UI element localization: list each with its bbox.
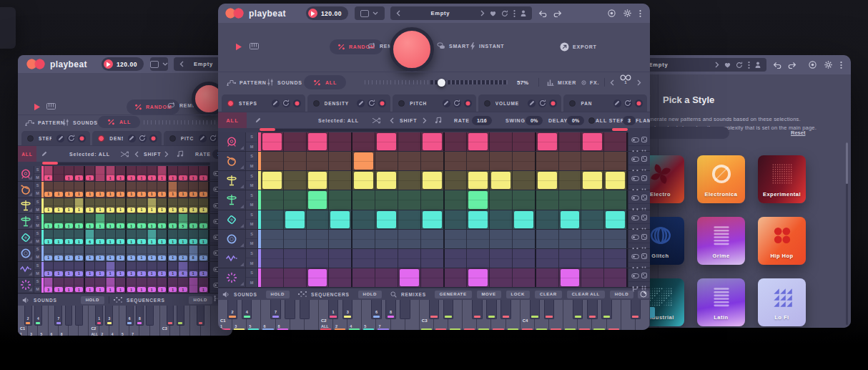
step-cell[interactable] <box>490 132 513 151</box>
step-cell[interactable] <box>467 171 490 190</box>
step-cell[interactable] <box>536 152 559 170</box>
density-cell[interactable]: 1 <box>116 230 127 245</box>
hihat-icon[interactable] <box>218 190 246 209</box>
step-cell[interactable] <box>284 268 307 287</box>
density-value[interactable]: 1 <box>189 223 197 228</box>
step-cell[interactable] <box>352 230 375 248</box>
density-value[interactable]: 1 <box>169 192 177 197</box>
density-cell[interactable]: 1 <box>168 230 178 245</box>
density-cell[interactable]: 1 <box>74 182 85 197</box>
density-cell[interactable]: 1 <box>127 182 137 197</box>
row-dice-icon[interactable] <box>641 171 647 184</box>
density-value[interactable]: 1 <box>169 175 177 180</box>
piano-key-black[interactable]: 4 <box>34 306 42 326</box>
density-value[interactable]: 1 <box>65 239 73 244</box>
section-radio[interactable] <box>398 100 405 107</box>
step-cell[interactable] <box>604 171 628 190</box>
step-cell[interactable] <box>513 249 536 268</box>
gear-icon[interactable] <box>623 9 631 17</box>
step-cell[interactable] <box>375 171 398 190</box>
step-cell[interactable] <box>467 230 490 248</box>
tab-pattern[interactable]: PATTERN <box>227 72 267 92</box>
density-value[interactable]: 1 <box>169 287 177 292</box>
chevron-right-icon[interactable] <box>715 62 719 68</box>
pattern-page[interactable]: 1 <box>620 74 631 84</box>
mute-button[interactable]: M <box>246 200 257 210</box>
step-cell[interactable] <box>261 249 284 268</box>
density-value[interactable]: 1 <box>189 208 197 213</box>
bpm-display[interactable]: 120.00 <box>102 57 144 71</box>
step-cell[interactable] <box>398 230 421 248</box>
mute-button[interactable]: M <box>246 278 257 287</box>
loop-start-marker[interactable] <box>42 162 58 165</box>
style-tile-experimental[interactable]: Experimental <box>758 155 806 203</box>
density-value[interactable]: 1 <box>65 271 73 276</box>
density-value[interactable]: 1 <box>137 271 145 276</box>
randomize-icon[interactable] <box>453 99 461 107</box>
density-value[interactable]: 1 <box>169 239 177 244</box>
density-value[interactable]: 1 <box>127 239 135 244</box>
step-cell[interactable] <box>445 171 468 190</box>
kebab-menu-icon[interactable] <box>639 10 641 17</box>
person-icon[interactable] <box>755 62 761 68</box>
step-cell[interactable] <box>261 230 284 248</box>
density-value[interactable]: 1 <box>54 208 62 213</box>
row-dice-icon[interactable] <box>641 132 647 145</box>
density-value[interactable]: 1 <box>107 239 114 244</box>
density-value[interactable]: 1 <box>75 192 83 197</box>
density-cell[interactable] <box>54 166 64 181</box>
density-value[interactable]: 1 <box>54 223 62 228</box>
extra-icon-button[interactable] <box>638 291 649 298</box>
density-value[interactable]: 1 <box>169 255 177 261</box>
piano-key-black[interactable] <box>500 300 511 319</box>
randomize-icon[interactable] <box>209 135 217 142</box>
mute-button[interactable]: M <box>34 190 41 197</box>
density-value[interactable]: 1 <box>199 255 207 261</box>
tab-all[interactable]: ALL <box>98 116 140 128</box>
density-value[interactable]: 1 <box>148 271 156 276</box>
mute-button[interactable]: M <box>34 206 41 213</box>
row-toggle-icon[interactable] <box>631 230 639 243</box>
record-dot-icon[interactable] <box>464 99 472 107</box>
step-cell[interactable] <box>490 190 513 209</box>
mute-button[interactable]: M <box>34 222 41 229</box>
density-cell[interactable]: 1 <box>157 245 168 261</box>
density-cell[interactable]: 1 <box>178 198 188 213</box>
density-value[interactable]: 1 <box>65 287 73 292</box>
piano-key-black[interactable] <box>429 300 439 319</box>
step-cell[interactable] <box>490 268 513 287</box>
section-header-steps[interactable]: STEPS <box>21 131 90 145</box>
page-prev-icon[interactable] <box>610 72 614 92</box>
density-cell[interactable]: 1 <box>44 198 54 213</box>
edit-pencil-icon[interactable] <box>56 135 64 142</box>
density-cell[interactable]: 8 <box>189 245 199 261</box>
step-cell[interactable] <box>513 171 536 190</box>
step-cell[interactable] <box>513 152 536 170</box>
density-cell[interactable]: 1 <box>137 278 147 293</box>
solo-button[interactable]: S <box>34 278 41 286</box>
smart-toggle[interactable]: SMART <box>437 42 470 49</box>
density-value[interactable]: 1 <box>65 192 73 197</box>
record-icon[interactable] <box>608 9 616 17</box>
density-value[interactable]: 1 <box>86 208 94 213</box>
swing-value[interactable]: 0% <box>526 116 543 125</box>
density-cell[interactable]: 1 <box>199 166 209 181</box>
density-cell[interactable]: 1 <box>168 262 178 277</box>
section-radio[interactable] <box>27 135 34 142</box>
density-value[interactable]: 1 <box>75 175 83 180</box>
step-cell[interactable] <box>284 171 307 190</box>
density-cell[interactable]: 1 <box>147 182 157 197</box>
density-cell[interactable]: 1 <box>44 245 54 261</box>
density-cell[interactable]: 1 <box>64 230 74 245</box>
step-cell[interactable] <box>421 268 445 287</box>
density-value[interactable]: 1 <box>179 175 187 180</box>
mute-button[interactable]: M <box>34 286 41 293</box>
density-cell[interactable]: 1 <box>116 182 127 197</box>
density-value[interactable]: 1 <box>199 239 207 244</box>
density-value[interactable]: 1 <box>189 175 197 180</box>
section-radio[interactable] <box>98 135 104 142</box>
density-cell[interactable]: 1 <box>106 278 116 293</box>
density-cell[interactable]: 1 <box>106 182 116 197</box>
sounds-hold-button[interactable]: HOLD <box>266 291 290 298</box>
step-cell[interactable] <box>284 230 307 248</box>
